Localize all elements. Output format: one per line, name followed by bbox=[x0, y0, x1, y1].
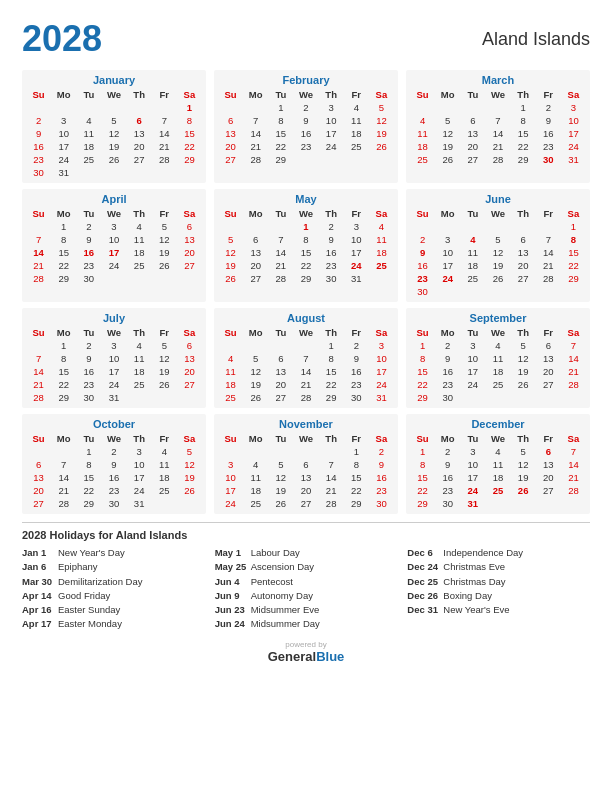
calendar-day: 21 bbox=[26, 378, 51, 391]
header: 2028 Aland Islands bbox=[22, 18, 590, 60]
calendar-day bbox=[177, 391, 202, 404]
calendar-day bbox=[177, 166, 202, 179]
calendar-day: 15 bbox=[511, 127, 536, 140]
calendar-day: 18 bbox=[243, 484, 268, 497]
calendar-day: 8 bbox=[344, 458, 369, 471]
calendar-day: 12 bbox=[218, 246, 243, 259]
calendar-day: 30 bbox=[435, 391, 460, 404]
calendar-day bbox=[536, 391, 561, 404]
weekday-header: Fr bbox=[152, 432, 177, 445]
calendar-day: 29 bbox=[177, 153, 202, 166]
weekday-header: Sa bbox=[177, 326, 202, 339]
calendar-day: 5 bbox=[268, 458, 293, 471]
calendar-day: 3 bbox=[460, 445, 485, 458]
calendar-day: 1 bbox=[51, 220, 76, 233]
calendar-day: 9 bbox=[536, 114, 561, 127]
calendar-day bbox=[435, 220, 460, 233]
month-table: SuMoTuWeThFrSa12345678910111213141516171… bbox=[218, 207, 394, 285]
month-title: October bbox=[26, 418, 202, 430]
calendar-day: 6 bbox=[536, 339, 561, 352]
calendar-day: 19 bbox=[218, 259, 243, 272]
calendar-day: 8 bbox=[76, 458, 101, 471]
holiday-date: Apr 14 bbox=[22, 589, 54, 603]
calendar-day: 21 bbox=[536, 259, 561, 272]
calendar-day: 4 bbox=[127, 339, 152, 352]
calendar-day bbox=[152, 272, 177, 285]
weekday-header: Mo bbox=[243, 432, 268, 445]
calendar-day: 25 bbox=[127, 259, 152, 272]
calendar-day: 30 bbox=[410, 285, 435, 298]
calendar-day: 21 bbox=[152, 140, 177, 153]
calendar-day: 22 bbox=[319, 378, 344, 391]
calendar-day bbox=[485, 220, 510, 233]
calendar-day: 3 bbox=[101, 220, 126, 233]
holiday-item: Dec 6Independence Day bbox=[407, 546, 590, 560]
calendar-day: 21 bbox=[26, 259, 51, 272]
calendar-day: 26 bbox=[152, 378, 177, 391]
calendar-day: 27 bbox=[177, 378, 202, 391]
calendar-day: 24 bbox=[51, 153, 76, 166]
weekday-header: Mo bbox=[51, 432, 76, 445]
calendar-day: 17 bbox=[51, 140, 76, 153]
calendar-day: 23 bbox=[293, 140, 318, 153]
calendar-day: 15 bbox=[51, 365, 76, 378]
holiday-item: May 25Ascension Day bbox=[215, 560, 398, 574]
calendar-day bbox=[561, 497, 586, 510]
weekday-header: Sa bbox=[177, 432, 202, 445]
calendar-day: 29 bbox=[410, 391, 435, 404]
calendar-day: 21 bbox=[51, 484, 76, 497]
holiday-name: Christmas Eve bbox=[443, 560, 505, 574]
calendar-day: 25 bbox=[369, 259, 394, 272]
holiday-date: May 1 bbox=[215, 546, 247, 560]
calendar-day: 28 bbox=[561, 484, 586, 497]
calendar-day: 17 bbox=[369, 365, 394, 378]
calendar-day: 6 bbox=[536, 445, 561, 458]
month-table: SuMoTuWeThFrSa12345678910111213141516171… bbox=[26, 432, 202, 510]
calendar-day: 18 bbox=[485, 365, 510, 378]
holiday-name: Boxing Day bbox=[443, 589, 492, 603]
calendar-day bbox=[152, 391, 177, 404]
weekday-header: Mo bbox=[435, 326, 460, 339]
weekday-header: Th bbox=[319, 432, 344, 445]
calendar-day: 9 bbox=[435, 352, 460, 365]
calendar-day: 29 bbox=[293, 272, 318, 285]
calendar-day: 12 bbox=[152, 233, 177, 246]
calendar-day bbox=[485, 391, 510, 404]
calendar-day bbox=[435, 101, 460, 114]
calendar-day: 28 bbox=[536, 272, 561, 285]
calendar-day: 5 bbox=[485, 233, 510, 246]
holiday-date: Apr 16 bbox=[22, 603, 54, 617]
calendar-day bbox=[127, 391, 152, 404]
weekday-header: Su bbox=[26, 207, 51, 220]
weekday-header: Tu bbox=[268, 207, 293, 220]
calendar-day: 19 bbox=[152, 246, 177, 259]
calendar-day: 3 bbox=[51, 114, 76, 127]
month-block-july: JulySuMoTuWeThFrSa1234567891011121314151… bbox=[22, 308, 206, 408]
calendar-day bbox=[127, 272, 152, 285]
calendar-day: 21 bbox=[561, 365, 586, 378]
calendar-day: 2 bbox=[76, 339, 101, 352]
calendar-day: 22 bbox=[344, 484, 369, 497]
calendar-day: 9 bbox=[76, 352, 101, 365]
calendar-day: 16 bbox=[435, 471, 460, 484]
calendar-day: 10 bbox=[127, 458, 152, 471]
calendar-day: 17 bbox=[460, 471, 485, 484]
calendar-day: 25 bbox=[152, 484, 177, 497]
calendar-day bbox=[536, 285, 561, 298]
calendar-day: 20 bbox=[177, 365, 202, 378]
month-block-june: JuneSuMoTuWeThFrSa1234567891011121314151… bbox=[406, 189, 590, 302]
month-table: SuMoTuWeThFrSa12345678910111213141516171… bbox=[26, 326, 202, 404]
calendar-day bbox=[511, 497, 536, 510]
calendar-day: 10 bbox=[51, 127, 76, 140]
calendar-day bbox=[243, 445, 268, 458]
calendar-day: 26 bbox=[511, 484, 536, 497]
holiday-item: May 1Labour Day bbox=[215, 546, 398, 560]
month-block-january: JanuarySuMoTuWeThFrSa1234567891011121314… bbox=[22, 70, 206, 183]
holiday-name: Midsummer Eve bbox=[251, 603, 320, 617]
calendar-day: 19 bbox=[511, 365, 536, 378]
holiday-date: May 25 bbox=[215, 560, 247, 574]
calendar-day: 20 bbox=[127, 140, 152, 153]
holiday-section: 2028 Holidays for Aland Islands Jan 1New… bbox=[22, 522, 590, 632]
calendar-day: 22 bbox=[177, 140, 202, 153]
calendar-day bbox=[177, 272, 202, 285]
